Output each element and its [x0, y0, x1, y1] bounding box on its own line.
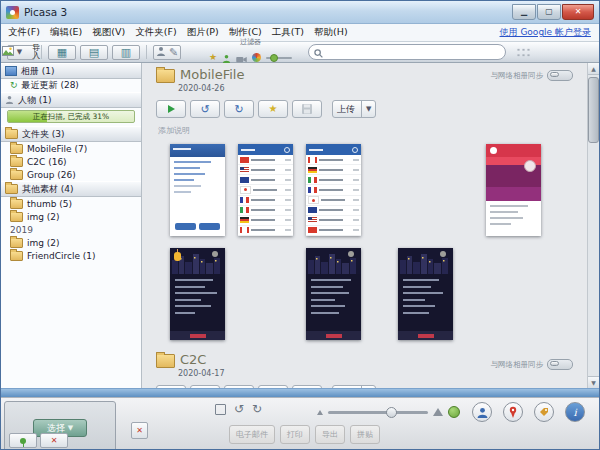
tags-panel-button[interactable] [534, 402, 554, 422]
sidebar-item-c2c[interactable]: C2C (16) [1, 155, 141, 168]
photo-thumbnail[interactable] [306, 248, 361, 340]
vertical-scrollbar[interactable]: ▲ ▼ [587, 63, 599, 388]
clear-selection-button[interactable]: ✕ [131, 422, 148, 439]
zoom-in-icon[interactable] [433, 408, 443, 416]
toggle-knob [550, 361, 559, 366]
thumbnail-row [170, 144, 587, 236]
upload-button[interactable]: 上传 ▼ [332, 100, 376, 118]
sidebar-item-recent[interactable]: ↻ 最近更新 (28) [1, 79, 141, 92]
rotate-right-button[interactable]: ↻ [224, 385, 254, 388]
menu-help[interactable]: 帮助(H) [309, 25, 353, 40]
phone-header [170, 144, 225, 157]
scrollbar-thumb[interactable] [588, 77, 599, 143]
upload-button[interactable]: 上传 ▼ [332, 385, 376, 388]
group-title[interactable]: C2C [180, 352, 206, 367]
properties-panel-button[interactable]: i [565, 402, 585, 422]
places-panel-button[interactable] [503, 402, 523, 422]
group-title[interactable]: MobileFile [180, 67, 244, 82]
print-button[interactable]: 打印 [280, 425, 310, 444]
scroll-down-arrow[interactable]: ▼ [588, 376, 599, 388]
rotate-right-button[interactable]: ↻ [224, 100, 254, 118]
import-button[interactable]: ▼ 导入 [7, 45, 35, 60]
toggle-knob [550, 72, 559, 77]
search-icon [314, 43, 323, 62]
menu-view[interactable]: 视图(V) [87, 25, 130, 40]
people-edit-button[interactable]: ✎ [153, 45, 181, 60]
folders-section-header[interactable]: 文件夹 (3) [1, 126, 141, 142]
divider [146, 45, 147, 59]
photo-thumbnail[interactable] [398, 248, 453, 340]
zoom-slider-thumb[interactable] [386, 407, 397, 418]
google-login-link[interactable]: 使用 Google 帐户登录 [500, 26, 591, 39]
scroll-up-arrow[interactable]: ▲ [588, 63, 599, 75]
albums-section-header[interactable]: 相册 (1) [1, 63, 141, 79]
caption-placeholder[interactable]: 添加说明 [158, 125, 587, 136]
sidebar-item-friendcircle[interactable]: FriendCircle (1) [1, 249, 141, 262]
sync-label: 与网络相册同步 [491, 360, 544, 370]
maximize-button[interactable]: ▢ [537, 4, 561, 20]
titlebar[interactable]: Picasa 3 ▁ ▢ ✕ [1, 1, 599, 24]
menu-edit[interactable]: 编辑(E) [45, 25, 87, 40]
sidebar-item-img[interactable]: img (2) [1, 210, 141, 223]
photo-thumbnail[interactable] [238, 144, 293, 236]
sync-toggle[interactable] [547, 359, 573, 370]
recent-updates-icon: ↻ [10, 81, 18, 90]
crop-icon[interactable] [215, 404, 226, 415]
sync-toggle[interactable] [547, 70, 573, 81]
close-button[interactable]: ✕ [562, 4, 594, 20]
people-panel-button[interactable] [472, 402, 492, 422]
people-section-header[interactable]: 人物 (1) [1, 92, 141, 108]
star-button[interactable]: ★ [258, 100, 288, 118]
photo-thumbnail[interactable] [306, 144, 361, 236]
slideshow-button[interactable] [156, 385, 186, 388]
sidebar-item-group[interactable]: Group (26) [1, 168, 141, 181]
person-icon [156, 46, 166, 58]
folder-icon [10, 199, 23, 209]
collage-button[interactable]: 拼贴 [350, 425, 380, 444]
sidebar: 相册 (1) ↻ 最近更新 (28) 人物 (1) 正在扫描, 已完成 31% … [1, 63, 142, 388]
slideshow-button[interactable] [156, 100, 186, 118]
other-section-header[interactable]: 其他素材 (4) [1, 181, 141, 197]
recent-item-label: 最近更新 (28) [22, 79, 79, 92]
rotate-left-button[interactable]: ↺ [190, 100, 220, 118]
date-filter-slider[interactable] [266, 57, 292, 59]
export-button[interactable]: 导出 [315, 425, 345, 444]
menu-folder[interactable]: 文件夹(F) [130, 25, 181, 40]
save-button[interactable] [292, 385, 322, 388]
folder-item-label: thumb (5) [27, 199, 72, 209]
search-box[interactable] [308, 44, 506, 60]
zoom-fit-button[interactable] [448, 406, 460, 418]
import-button-label: 导入 [32, 44, 40, 60]
clear-button[interactable]: ✕ [40, 433, 68, 448]
flat-view-button[interactable]: ▦ [48, 45, 76, 60]
zoom-out-icon[interactable] [317, 410, 323, 415]
photo-thumbnail[interactable] [170, 144, 225, 236]
zoom-slider[interactable] [328, 411, 428, 414]
menu-file[interactable]: 文件(F) [3, 25, 45, 40]
photo-thumbnail[interactable] [486, 144, 541, 236]
save-button[interactable] [292, 100, 322, 118]
star-button[interactable]: ★ [258, 385, 288, 388]
hold-button[interactable] [9, 433, 37, 448]
minimize-button[interactable]: ▁ [512, 4, 536, 20]
play-icon [168, 105, 175, 113]
chevron-down-icon: ▼ [361, 101, 375, 117]
rotate-left-icon: ↺ [200, 104, 209, 115]
search-input[interactable] [327, 47, 500, 58]
sidebar-item-thumb[interactable]: thumb (5) [1, 197, 141, 210]
star-filter-icon[interactable]: ★ [209, 53, 217, 62]
folder-view-button[interactable]: ▥ [112, 45, 140, 60]
rotate-left-button[interactable]: ↺ [190, 385, 220, 388]
tree-view-button[interactable]: ▤ [80, 45, 108, 60]
zoom-control [317, 406, 460, 418]
floppy-icon [302, 104, 312, 114]
photo-icon [2, 46, 14, 58]
photo-thumbnail[interactable] [170, 248, 225, 340]
email-button[interactable]: 电子邮件 [229, 425, 275, 444]
sidebar-item-img-2019[interactable]: img (2) [1, 236, 141, 249]
rotate-right-button[interactable]: ↻ [252, 403, 262, 415]
palette-filter-icon[interactable] [252, 53, 261, 62]
sidebar-item-mobilefile[interactable]: MobileFile (7) [1, 142, 141, 155]
filter-label: 过滤器 [240, 37, 261, 47]
rotate-left-button[interactable]: ↺ [234, 403, 244, 415]
